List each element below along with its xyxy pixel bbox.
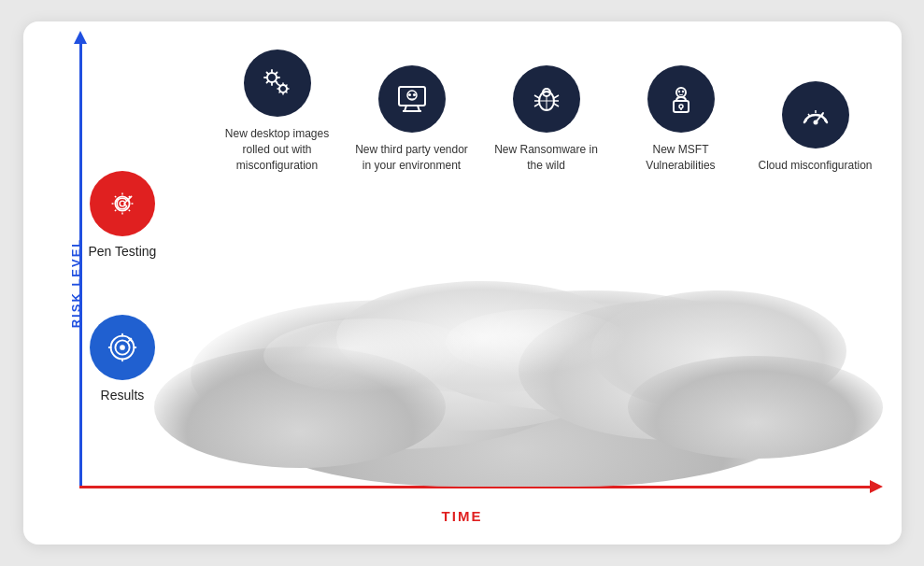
icon-item-msft: New MSFT Vulnerabilities: [620, 65, 742, 174]
target-icon: [105, 330, 140, 365]
lock-skull-icon: [662, 80, 700, 118]
y-axis-label: RISK LEVEL: [68, 238, 82, 329]
icon-item-desktop-images: New desktop images rolled out with misco…: [217, 50, 338, 173]
icon-label-cloud-misc: Cloud misconfiguration: [758, 158, 872, 174]
pen-testing-circle: [90, 171, 155, 236]
svg-line-41: [115, 196, 116, 197]
pen-testing-item: Pen Testing: [89, 171, 157, 259]
svg-line-16: [534, 104, 539, 106]
svg-line-17: [554, 95, 559, 98]
bug-icon: [528, 80, 565, 118]
gauge-icon: [797, 96, 834, 134]
svg-point-23: [677, 91, 679, 92]
main-card: TIME RISK LEVEL New desktop images rolle…: [23, 21, 902, 545]
icon-circle-msft: [647, 65, 715, 133]
svg-line-43: [129, 196, 130, 197]
svg-rect-2: [399, 87, 425, 106]
gears-icon: [259, 64, 296, 102]
svg-point-22: [676, 88, 686, 97]
icons-row: New desktop images rolled out with misco…: [210, 50, 883, 173]
icon-item-third-party: New third party vendor in your environme…: [351, 65, 473, 174]
icon-label-third-party: New third party vendor in your environme…: [351, 142, 473, 174]
svg-point-7: [408, 93, 411, 96]
svg-point-12: [543, 91, 545, 92]
svg-line-19: [554, 104, 559, 106]
icon-circle-third-party: [378, 65, 446, 133]
svg-point-24: [681, 91, 683, 92]
svg-line-44: [115, 210, 116, 211]
icon-item-ransomware: New Ransomware in the wild: [486, 65, 607, 174]
icon-label-msft: New MSFT Vulnerabilities: [620, 142, 742, 174]
results-label: Results: [101, 388, 145, 403]
svg-point-13: [547, 91, 549, 92]
results-circle: [90, 315, 155, 380]
monitor-skull-icon: [393, 80, 431, 118]
x-axis-label: TIME: [23, 508, 902, 524]
icon-label-ransomware: New Ransomware in the wild: [486, 142, 607, 174]
icon-item-cloud-misc: Cloud misconfiguration: [755, 81, 876, 174]
icon-label-desktop-images: New desktop images rolled out with misco…: [217, 126, 338, 173]
cloud-container: [154, 225, 883, 487]
svg-point-34: [813, 120, 817, 124]
icon-circle-cloud-misc: [782, 81, 849, 149]
results-item: Results: [89, 315, 157, 403]
svg-point-26: [679, 105, 683, 108]
svg-line-42: [129, 210, 130, 211]
svg-rect-25: [674, 101, 689, 112]
svg-point-8: [413, 93, 416, 96]
wrench-settings-icon: [105, 186, 140, 221]
pen-testing-label: Pen Testing: [89, 244, 157, 259]
svg-line-14: [534, 95, 539, 98]
left-circles: Pen Testing Results: [89, 171, 157, 403]
icon-circle-desktop-images: [244, 50, 311, 117]
icon-circle-ransomware: [513, 65, 580, 133]
svg-point-47: [120, 345, 125, 350]
